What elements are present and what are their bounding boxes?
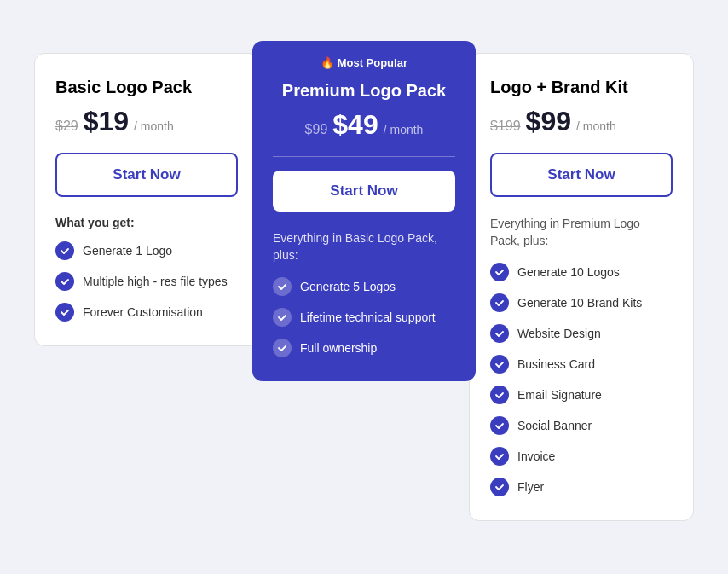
check-icon: [273, 308, 292, 327]
brand-plan-name: Logo + Brand Kit: [490, 78, 673, 97]
brand-feature-6-label: Social Banner: [517, 419, 592, 432]
check-icon: [55, 303, 74, 322]
brand-feature-7-label: Invoice: [517, 449, 555, 463]
brand-section-label: Everything in Premium Logo Pack, plus:: [490, 216, 673, 249]
premium-feature-1: Generate 5 Logos: [273, 277, 455, 296]
brand-feature-8-label: Flyer: [517, 480, 544, 494]
brand-feature-3-label: Website Design: [517, 327, 601, 340]
brand-feature-3: Website Design: [490, 324, 673, 343]
most-popular-badge: 🔥 Most Popular: [273, 56, 455, 69]
card-brand: Logo + Brand Kit $199 $99 / month Start …: [469, 53, 694, 521]
check-icon: [490, 386, 509, 404]
brand-feature-5: Email Signature: [490, 386, 673, 404]
brand-per-month: / month: [576, 119, 616, 133]
check-icon: [273, 277, 292, 296]
basic-section-label: What you get:: [55, 216, 238, 229]
card-basic: Basic Logo Pack $29 $19 / month Start No…: [34, 53, 259, 346]
brand-feature-1: Generate 10 Logos: [490, 263, 673, 281]
check-icon: [490, 355, 509, 374]
check-icon: [490, 416, 509, 435]
brand-feature-4: Business Card: [490, 355, 673, 374]
check-icon: [490, 293, 509, 312]
brand-start-button[interactable]: Start Now: [490, 153, 673, 197]
premium-per-month: / month: [384, 123, 424, 136]
basic-feature-2-label: Multiple high - res file types: [83, 275, 228, 288]
brand-new-price: $99: [526, 106, 571, 137]
check-icon: [490, 478, 509, 496]
premium-section-label: Everything in Basic Logo Pack, plus:: [273, 230, 455, 264]
basic-new-price: $19: [84, 106, 129, 137]
premium-old-price: $99: [305, 122, 328, 137]
premium-feature-2: Lifetime technical support: [273, 308, 455, 327]
check-icon: [55, 272, 74, 291]
check-icon: [490, 447, 509, 466]
check-icon: [490, 324, 509, 343]
brand-feature-4-label: Business Card: [517, 357, 595, 371]
basic-feature-3-label: Forever Customisation: [83, 305, 203, 319]
brand-feature-1-label: Generate 10 Logos: [517, 265, 620, 279]
brand-price-row: $199 $99 / month: [490, 106, 673, 137]
premium-feature-3-label: Full ownership: [300, 341, 377, 355]
brand-feature-list: Generate 10 Logos Generate 10 Brand Kits…: [490, 263, 673, 496]
basic-old-price: $29: [55, 119, 78, 134]
basic-plan-name: Basic Logo Pack: [55, 78, 238, 97]
brand-feature-5-label: Email Signature: [517, 388, 602, 402]
brand-feature-7: Invoice: [490, 447, 673, 466]
premium-feature-3: Full ownership: [273, 339, 455, 357]
check-icon: [273, 339, 292, 357]
brand-feature-2-label: Generate 10 Brand Kits: [517, 296, 642, 310]
premium-price-row: $99 $49 / month: [273, 109, 455, 141]
brand-old-price: $199: [490, 119, 521, 134]
check-icon: [490, 263, 509, 281]
premium-plan-name: Premium Logo Pack: [273, 81, 455, 101]
premium-new-price: $49: [332, 109, 378, 141]
basic-feature-1: Generate 1 Logo: [55, 241, 238, 260]
premium-start-button[interactable]: Start Now: [273, 171, 455, 212]
basic-per-month: / month: [134, 119, 174, 133]
premium-divider: [273, 156, 455, 157]
check-icon: [55, 241, 74, 260]
basic-feature-3: Forever Customisation: [55, 303, 238, 322]
basic-feature-list: Generate 1 Logo Multiple high - res file…: [55, 241, 238, 322]
brand-feature-8: Flyer: [490, 478, 673, 496]
basic-feature-2: Multiple high - res file types: [55, 272, 238, 291]
basic-feature-1-label: Generate 1 Logo: [83, 244, 172, 258]
brand-feature-6: Social Banner: [490, 416, 673, 435]
brand-feature-2: Generate 10 Brand Kits: [490, 293, 673, 312]
basic-start-button[interactable]: Start Now: [55, 153, 238, 197]
premium-feature-1-label: Generate 5 Logos: [300, 280, 396, 293]
premium-feature-list: Generate 5 Logos Lifetime technical supp…: [273, 277, 455, 357]
premium-feature-2-label: Lifetime technical support: [300, 310, 436, 324]
basic-price-row: $29 $19 / month: [55, 106, 238, 137]
card-premium: 🔥 Most Popular Premium Logo Pack $99 $49…: [252, 41, 476, 381]
pricing-container: Basic Logo Pack $29 $19 / month Start No…: [17, 36, 711, 538]
